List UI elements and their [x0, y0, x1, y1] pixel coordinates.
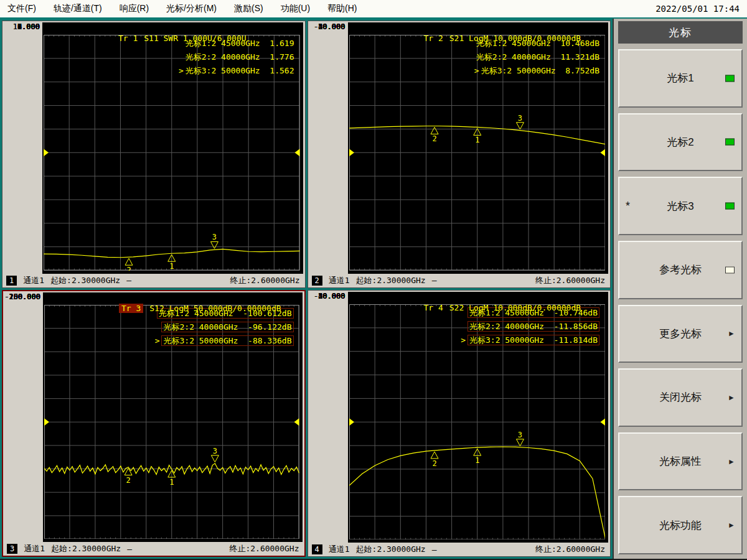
y-axis-labels: 50.00040.00030.00020.00010.0000.000-10.0…: [308, 292, 348, 543]
marker-number: 1: [475, 456, 479, 465]
marker-symbol: [516, 439, 524, 446]
sweep-dash: —: [432, 545, 437, 554]
reference-level-arrow: [349, 418, 354, 426]
marker-number: 2: [432, 134, 436, 143]
marker2-readout: 光标2:2 40000GHz -96.122dB: [161, 322, 293, 332]
reference-level-arrow: [600, 149, 605, 156]
channel-status-bar: 2 通道1 起始:2.30000GHz — 终止:2.60000GHz: [308, 274, 611, 287]
marker-symbol: [211, 455, 218, 462]
led-indicator-on: [725, 75, 735, 82]
plot-window-1[interactable]: 11.00010.0009.0008.0007.0006.0005.0004.0…: [2, 21, 306, 288]
submenu-arrow-icon: ►: [728, 393, 735, 402]
y-axis-labels: 50.00040.00030.00020.00010.0000.000-10.0…: [308, 22, 348, 274]
plot-window-3[interactable]: 250.000200.000150.000100.00050.0000.000-…: [2, 290, 306, 558]
channel-status-bar: 1 通道1 起始:2.30000GHz — 终止:2.60000GHz: [2, 274, 305, 287]
reference-level-arrow: [294, 418, 299, 426]
submenu-arrow-icon: ►: [728, 457, 735, 466]
menu-help[interactable]: 帮助(H): [327, 3, 357, 14]
window-number-badge: 2: [312, 276, 322, 286]
trace-title: Tr 2S21 LogM 10.000dB/0.00000dB: [365, 24, 581, 52]
menu-response[interactable]: 响应(R): [120, 3, 149, 14]
marker3-readout: 光标3:2 50000GHz -88.336dB: [161, 335, 293, 346]
softkey-marker2[interactable]: 光标2: [618, 113, 743, 172]
active-marker-indicator: >: [461, 335, 466, 345]
menu-function[interactable]: 功能(U): [281, 3, 310, 14]
sweep-dash: —: [432, 276, 437, 285]
window-number-badge: 4: [312, 544, 322, 554]
marker3-readout: 光标3:2 50000GHz 1.562: [186, 66, 294, 75]
menu-file[interactable]: 文件(F): [7, 3, 36, 14]
softkey-close-markers[interactable]: 关闭光标 ►: [618, 368, 743, 427]
softkey-label: 光标3: [667, 199, 693, 213]
marker-number: 1: [169, 477, 174, 486]
y-axis-labels: 11.00010.0009.0008.0007.0006.0005.0004.0…: [2, 22, 42, 274]
marker3-readout: 光标3:2 50000GHz 8.752dB: [481, 66, 599, 75]
softkey-panel-title: 光标: [618, 21, 743, 44]
plot-window-2[interactable]: 50.00040.00030.00020.00010.0000.000-10.0…: [308, 21, 611, 288]
softkey-marker1[interactable]: 光标1: [618, 49, 743, 108]
sweep-dash: —: [126, 276, 131, 285]
stop-frequency: 终止:2.60000GHz: [535, 544, 605, 555]
softkey-label: 光标2: [667, 135, 693, 149]
marker-number: 2: [126, 475, 131, 484]
channel-status-bar: 4 通道1 起始:2.30000GHz — 终止:2.60000GHz: [308, 543, 611, 556]
graph-area: Tr 1S11 SWR 1.000U/6.000U 213 光标1:2 4500…: [42, 22, 303, 274]
graph-area: Tr 4S22 LogM 10.000dB/0.00000dB 213 光标1:…: [348, 292, 609, 543]
main-content: 11.00010.0009.0008.0007.0006.0005.0004.0…: [0, 19, 747, 559]
softkey-label: 参考光标: [659, 263, 702, 277]
softkey-marker3[interactable]: * 光标3: [618, 177, 743, 235]
trace-tag[interactable]: Tr 4: [423, 303, 443, 312]
plot-body: 50.00040.00030.00020.00010.0000.000-10.0…: [308, 21, 611, 274]
channel-label: 通道1: [24, 543, 45, 554]
softkey-label: 光标功能: [659, 518, 702, 533]
trace-format: S11 SWR 1.000U/6.000U: [144, 34, 246, 43]
marker-symbol: [431, 451, 438, 458]
menu-marker-analysis[interactable]: 光标/分析(M): [166, 3, 217, 14]
trace-tag[interactable]: Tr 2: [423, 34, 443, 43]
led-indicator-off: [725, 266, 735, 273]
menu-trace-channel[interactable]: 轨迹/通道(T): [54, 3, 102, 14]
softkey-panel: 光标 光标1 光标2 * 光标3 参考光标 更多光标 ► 关闭光标 ► 光标属性: [613, 19, 747, 559]
marker-number: 1: [169, 262, 174, 270]
active-marker-indicator: >: [179, 66, 184, 75]
menu-stimulus[interactable]: 激励(S): [234, 3, 263, 14]
marker-symbol: [516, 123, 524, 129]
trace-title: Tr 3S12 LogM 50.000dB/0.00000dB: [60, 294, 281, 322]
plot-window-4[interactable]: 50.00040.00030.00020.00010.0000.000-10.0…: [308, 290, 611, 558]
marker-number: 3: [517, 430, 522, 439]
channel-label: 通道1: [23, 275, 44, 286]
marker-number: 3: [213, 446, 217, 455]
channel-label: 通道1: [329, 275, 350, 286]
softkey-marker-functions[interactable]: 光标功能 ►: [618, 496, 743, 554]
marker-number: 3: [517, 114, 522, 123]
plot-body: 11.00010.0009.0008.0007.0006.0005.0004.0…: [2, 21, 305, 274]
start-frequency: 起始:2.30000GHz: [356, 275, 426, 286]
marker2-readout: 光标2:2 40000GHz 11.321dB: [476, 52, 599, 62]
y-tick-label: -250.000: [4, 292, 40, 301]
trace-tag[interactable]: Tr 1: [118, 34, 138, 43]
start-frequency: 起始:2.30000GHz: [50, 275, 120, 286]
plot-body: 50.00040.00030.00020.00010.0000.000-10.0…: [308, 291, 611, 543]
trace-tag[interactable]: Tr 3: [119, 304, 143, 313]
trace-title: Tr 1S11 SWR 1.000U/6.000U: [60, 24, 247, 52]
softkey-marker-properties[interactable]: 光标属性 ►: [618, 432, 743, 491]
stop-frequency: 终止:2.60000GHz: [535, 275, 605, 286]
trace-format: S22 LogM 10.000dB/0.00000dB: [449, 303, 581, 312]
trace-format: S21 LogM 10.000dB/0.00000dB: [449, 34, 581, 43]
marker-symbol: [210, 241, 218, 248]
trace-format: S12 LogM 50.000dB/0.00000dB: [149, 304, 281, 313]
plot-grid: 11.00010.0009.0008.0007.0006.0005.0004.0…: [0, 19, 613, 559]
y-tick-label: -50.000: [314, 22, 345, 31]
plot-body: 250.000200.000150.000100.00050.0000.000-…: [3, 291, 304, 543]
y-tick-label: -50.000: [314, 292, 345, 301]
softkey-label: 光标1: [667, 71, 693, 85]
window-number-badge: 1: [6, 276, 17, 286]
softkey-more-markers[interactable]: 更多光标 ►: [618, 305, 743, 363]
submenu-arrow-icon: ►: [728, 521, 735, 530]
active-softkey-asterisk: *: [626, 200, 630, 213]
marker-symbol: [125, 258, 133, 265]
graph-area: Tr 2S21 LogM 10.000dB/0.00000dB 213 光标1:…: [348, 22, 609, 274]
softkey-reference-marker[interactable]: 参考光标: [618, 241, 743, 299]
marker-number: 1: [475, 136, 479, 144]
marker-number: 2: [432, 459, 436, 467]
